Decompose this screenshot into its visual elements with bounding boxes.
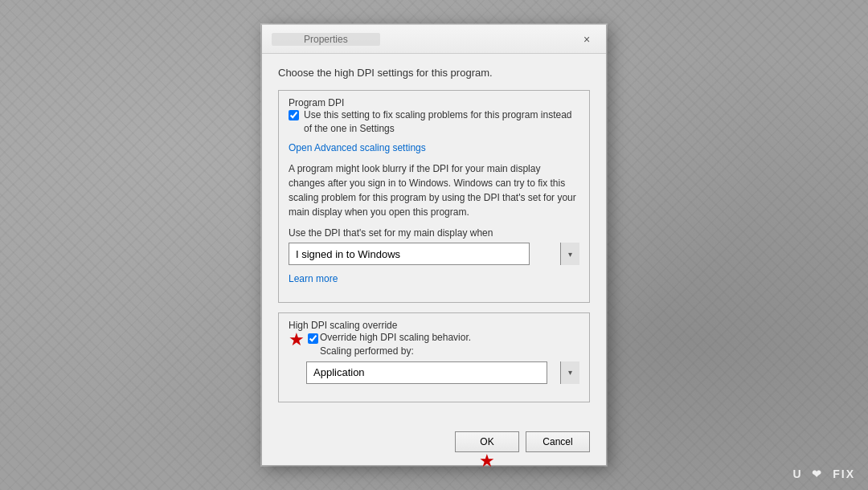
cancel-label: Cancel	[542, 436, 572, 447]
program-dpi-checkbox-row: Use this setting to fix scaling problems…	[289, 108, 579, 136]
advanced-scaling-link[interactable]: Open Advanced scaling settings	[289, 142, 579, 153]
ok-label: OK	[480, 436, 493, 447]
learn-more-link[interactable]: Learn more	[289, 273, 579, 284]
ok-button-wrapper: OK ★	[455, 431, 519, 452]
scaling-dropdown-arrow-icon: ▾	[560, 361, 579, 384]
high-dpi-checkbox-label: Override high DPI scaling behavior. Scal…	[320, 331, 471, 358]
program-dpi-group: Program DPI Use this setting to fix scal…	[278, 90, 590, 303]
high-dpi-legend: High DPI scaling override	[285, 320, 579, 331]
high-dpi-checkbox-row: ★ Override high DPI scaling behavior. Sc…	[289, 331, 579, 358]
high-dpi-label-line2: Scaling performed by:	[320, 345, 414, 357]
scaling-dropdown-wrapper: Application System System (Enhanced) ▾	[306, 361, 579, 384]
title-bar-text: Properties	[272, 33, 380, 46]
dpi-dropdown-wrapper: I signed in to Windows I open this progr…	[289, 243, 579, 265]
scaling-dropdown[interactable]: Application System System (Enhanced)	[306, 361, 547, 384]
high-dpi-checkbox[interactable]	[308, 333, 318, 344]
watermark: U ❤ FIX	[793, 468, 855, 480]
dpi-dropdown-arrow-icon: ▾	[560, 243, 579, 265]
program-dpi-description: A program might look blurry if the DPI f…	[289, 161, 579, 219]
close-button[interactable]: ×	[577, 30, 596, 49]
program-dpi-checkbox[interactable]	[289, 110, 299, 120]
dialog-header: Choose the high DPI settings for this pr…	[278, 67, 590, 79]
ok-star-annotation-icon: ★	[479, 452, 495, 470]
close-icon: ×	[583, 33, 590, 46]
button-row: OK ★ Cancel	[262, 425, 606, 452]
dpi-dropdown-label: Use the DPI that's set for my main displ…	[289, 227, 579, 239]
dialog-content: Choose the high DPI settings for this pr…	[262, 54, 606, 424]
dialog-window: Properties × Choose the high DPI setting…	[261, 24, 607, 465]
cancel-button[interactable]: Cancel	[526, 431, 590, 452]
program-dpi-checkbox-label: Use this setting to fix scaling problems…	[304, 108, 579, 136]
high-dpi-label-line1: Override high DPI scaling behavior.	[320, 332, 471, 343]
high-dpi-group: High DPI scaling override ★ Override hig…	[278, 312, 590, 402]
title-bar: Properties ×	[262, 25, 606, 54]
ok-button[interactable]: OK	[455, 431, 519, 452]
star-annotation-icon: ★	[289, 331, 305, 349]
program-dpi-legend: Program DPI	[285, 97, 579, 108]
dpi-dropdown[interactable]: I signed in to Windows I open this progr…	[289, 243, 530, 265]
